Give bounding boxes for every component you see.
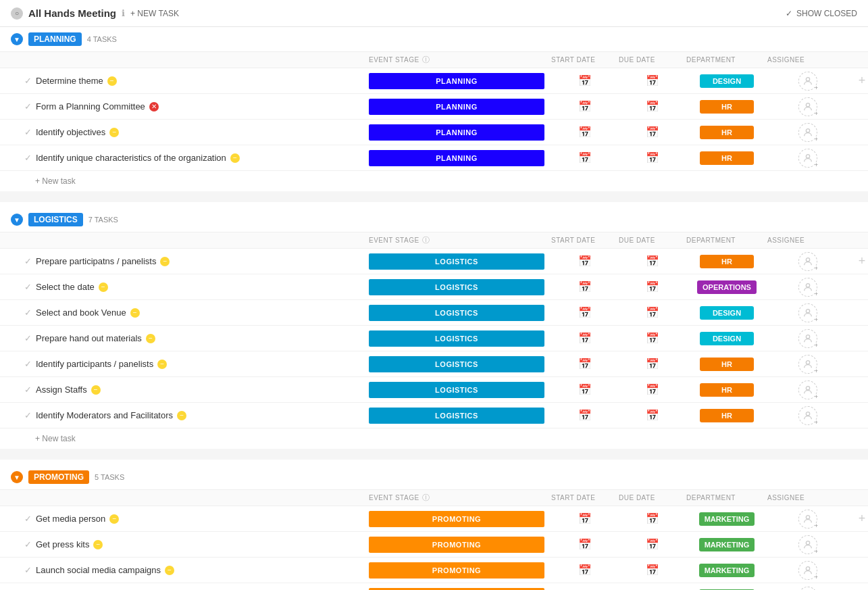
new-task-button[interactable]: + NEW TASK xyxy=(130,9,179,18)
department-badge[interactable]: MARKETING xyxy=(699,564,755,577)
new-task-row[interactable]: + New task xyxy=(0,428,868,449)
start-date-icon[interactable]: 📅 xyxy=(578,564,592,576)
assignee-icon[interactable]: + xyxy=(798,97,817,116)
check-icon[interactable]: ✓ xyxy=(24,385,32,395)
info-icon[interactable]: ℹ xyxy=(122,8,125,18)
check-icon[interactable]: ✓ xyxy=(24,76,32,86)
status-dot[interactable]: − xyxy=(107,76,117,86)
check-icon[interactable]: ✓ xyxy=(24,256,32,266)
collapse-button-planning[interactable]: ▼ xyxy=(11,33,23,45)
stage-badge[interactable]: PLANNING xyxy=(369,150,544,166)
department-badge[interactable]: HR xyxy=(700,151,754,165)
due-date-icon[interactable]: 📅 xyxy=(646,126,659,139)
start-date-icon[interactable]: 📅 xyxy=(578,538,592,551)
stage-badge[interactable]: LOGISTICS xyxy=(369,408,544,424)
assignee-icon[interactable]: + xyxy=(798,72,817,91)
check-icon[interactable]: ✓ xyxy=(24,333,32,343)
stage-badge[interactable]: LOGISTICS xyxy=(369,305,544,321)
start-date-icon[interactable]: 📅 xyxy=(578,280,592,293)
start-date-icon[interactable]: 📅 xyxy=(578,100,592,113)
status-dot[interactable]: − xyxy=(109,128,119,137)
department-badge[interactable]: MARKETING xyxy=(699,538,755,551)
add-column-button[interactable]: + xyxy=(854,253,868,270)
start-date-icon[interactable]: 📅 xyxy=(578,126,592,139)
status-dot[interactable]: − xyxy=(91,385,101,395)
stage-badge[interactable]: LOGISTICS xyxy=(369,330,544,347)
department-badge[interactable]: HR xyxy=(700,100,754,114)
collapse-button-logistics[interactable]: ▼ xyxy=(11,214,23,226)
assignee-icon[interactable]: + xyxy=(798,252,817,271)
start-date-icon[interactable]: 📅 xyxy=(578,512,592,525)
status-dot[interactable]: − xyxy=(146,334,155,343)
start-date-icon[interactable]: 📅 xyxy=(578,358,592,370)
check-icon[interactable]: ✓ xyxy=(24,514,32,524)
stage-badge[interactable]: PLANNING xyxy=(369,124,544,141)
add-column-button[interactable]: + xyxy=(854,73,868,89)
show-closed-button[interactable]: ✓ SHOW CLOSED xyxy=(786,9,857,18)
check-icon[interactable]: ✓ xyxy=(24,101,32,112)
status-dot[interactable]: − xyxy=(157,360,167,369)
stage-badge[interactable]: LOGISTICS xyxy=(369,279,544,295)
due-date-icon[interactable]: 📅 xyxy=(646,332,659,345)
due-date-icon[interactable]: 📅 xyxy=(646,358,659,370)
col-info-icon[interactable]: ⓘ xyxy=(422,235,430,245)
stage-badge[interactable]: PLANNING xyxy=(369,99,544,115)
status-dot[interactable]: − xyxy=(93,540,103,549)
stage-badge[interactable]: PROMOTING xyxy=(369,562,544,579)
stage-badge[interactable]: LOGISTICS xyxy=(369,356,544,372)
due-date-icon[interactable]: 📅 xyxy=(646,100,659,113)
check-icon[interactable]: ✓ xyxy=(24,410,32,420)
assignee-icon[interactable]: + xyxy=(798,149,817,168)
department-badge[interactable]: OPERATIONS xyxy=(697,280,757,294)
status-dot[interactable]: − xyxy=(109,514,119,524)
department-badge[interactable]: HR xyxy=(700,358,754,371)
start-date-icon[interactable]: 📅 xyxy=(578,383,592,396)
assignee-icon[interactable]: + xyxy=(798,123,817,142)
check-icon[interactable]: ✓ xyxy=(24,539,32,549)
stage-badge[interactable]: PROMOTING xyxy=(369,588,544,591)
department-badge[interactable]: DESIGN xyxy=(700,74,754,88)
due-date-icon[interactable]: 📅 xyxy=(646,255,659,268)
col-info-icon[interactable]: ⓘ xyxy=(422,493,430,503)
assignee-icon[interactable]: + xyxy=(798,587,817,591)
check-icon[interactable]: ✓ xyxy=(24,282,32,292)
due-date-icon[interactable]: 📅 xyxy=(646,151,659,164)
start-date-icon[interactable]: 📅 xyxy=(578,255,592,268)
assignee-icon[interactable]: + xyxy=(798,329,817,348)
due-date-icon[interactable]: 📅 xyxy=(646,409,659,422)
due-date-icon[interactable]: 📅 xyxy=(646,306,659,319)
assignee-icon[interactable]: + xyxy=(798,406,817,425)
collapse-button-promoting[interactable]: ▼ xyxy=(11,471,23,483)
stage-badge[interactable]: LOGISTICS xyxy=(369,382,544,398)
due-date-icon[interactable]: 📅 xyxy=(646,74,659,87)
start-date-icon[interactable]: 📅 xyxy=(578,306,592,319)
new-task-row[interactable]: + New task xyxy=(0,171,868,191)
check-icon[interactable]: ✓ xyxy=(24,127,32,137)
check-icon[interactable]: ✓ xyxy=(24,359,32,369)
assignee-icon[interactable]: + xyxy=(798,355,817,374)
department-badge[interactable]: DESIGN xyxy=(700,332,754,345)
stage-badge[interactable]: PLANNING xyxy=(369,73,544,89)
due-date-icon[interactable]: 📅 xyxy=(646,538,659,551)
check-icon[interactable]: ✓ xyxy=(24,565,32,575)
assignee-icon[interactable]: + xyxy=(798,510,817,528)
due-date-icon[interactable]: 📅 xyxy=(646,512,659,525)
department-badge[interactable]: HR xyxy=(700,255,754,268)
assignee-icon[interactable]: + xyxy=(798,380,817,399)
assignee-icon[interactable]: + xyxy=(798,561,817,580)
department-badge[interactable]: HR xyxy=(700,126,754,139)
status-dot[interactable]: − xyxy=(230,153,240,163)
due-date-icon[interactable]: 📅 xyxy=(646,280,659,293)
add-column-button[interactable]: + xyxy=(854,511,868,527)
start-date-icon[interactable]: 📅 xyxy=(578,409,592,422)
status-dot[interactable]: − xyxy=(165,566,174,575)
start-date-icon[interactable]: 📅 xyxy=(578,332,592,345)
department-badge[interactable]: HR xyxy=(700,383,754,397)
col-info-icon[interactable]: ⓘ xyxy=(422,55,430,65)
status-dot[interactable]: − xyxy=(177,411,186,420)
assignee-icon[interactable]: + xyxy=(798,278,817,297)
start-date-icon[interactable]: 📅 xyxy=(578,74,592,87)
due-date-icon[interactable]: 📅 xyxy=(646,564,659,576)
stage-badge[interactable]: LOGISTICS xyxy=(369,253,544,270)
status-dot[interactable]: − xyxy=(160,257,170,266)
